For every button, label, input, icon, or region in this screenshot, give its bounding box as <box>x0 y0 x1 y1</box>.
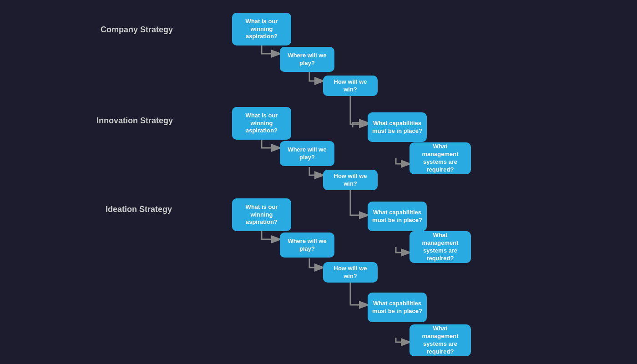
ideation-aspiration-node[interactable]: What is our winning aspiration? <box>232 198 291 231</box>
ideation-management2-node[interactable]: What management systems are required? <box>410 324 471 356</box>
company-aspiration-node[interactable]: What is our winning aspiration? <box>232 13 291 46</box>
innovation-aspiration-node[interactable]: What is our winning aspiration? <box>232 107 291 140</box>
innovation-management-node[interactable]: What management systems are required? <box>410 142 471 174</box>
innovation-capabilities-node[interactable]: What capabilities must be in place? <box>368 112 427 142</box>
ideation-capabilities1-node[interactable]: What capabilities must be in place? <box>368 202 427 231</box>
company-strategy-label: Company Strategy <box>73 25 173 35</box>
ideation-management1-node[interactable]: What management systems are required? <box>410 231 471 263</box>
diagram-canvas: Company Strategy Innovation Strategy Ide… <box>0 0 637 364</box>
innovation-where-node[interactable]: Where will we play? <box>280 141 334 166</box>
company-where-node[interactable]: Where will we play? <box>280 47 334 72</box>
ideation-capabilities2-node[interactable]: What capabilities must be in place? <box>368 293 427 322</box>
innovation-strategy-label: Innovation Strategy <box>66 116 173 126</box>
ideation-where-node[interactable]: Where will we play? <box>280 233 334 258</box>
company-how-node[interactable]: How will we win? <box>323 76 378 96</box>
innovation-how-node[interactable]: How will we win? <box>323 170 378 190</box>
ideation-how-node[interactable]: How will we win? <box>323 262 378 283</box>
ideation-strategy-label: Ideation Strategy <box>74 205 172 214</box>
